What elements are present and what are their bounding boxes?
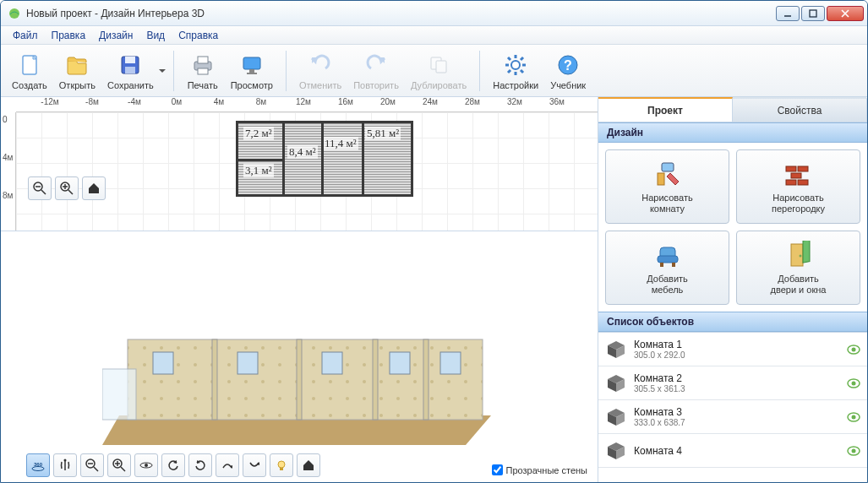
toolbar-separator — [173, 51, 174, 91]
object-list-row[interactable]: Комната 1305.0 x 292.0 — [598, 333, 867, 366]
svg-rect-38 — [297, 339, 302, 420]
svg-rect-6 — [125, 67, 135, 73]
toolbar-preview-button[interactable]: Просмотр — [225, 49, 279, 93]
menu-edit[interactable]: Правка — [45, 28, 93, 43]
object-list[interactable]: Комната 1305.0 x 292.0Комната 2305.5 x 3… — [598, 332, 867, 482]
redo-icon — [363, 52, 390, 79]
add-doors-windows-button[interactable]: Добавить двери и окна — [736, 231, 860, 305]
toolbar-tutorial-button[interactable]: ? Учебник — [544, 49, 592, 93]
add-furniture-label: Добавить мебель — [647, 274, 688, 296]
visibility-toggle[interactable] — [847, 378, 860, 388]
view3d-home-button[interactable] — [297, 453, 320, 477]
transparent-walls-input[interactable] — [492, 464, 503, 475]
home-view-button[interactable] — [82, 176, 106, 200]
section-objects-header[interactable]: Список объектов — [598, 312, 867, 332]
cube-icon — [605, 440, 627, 462]
svg-rect-41 — [102, 369, 136, 420]
menu-view[interactable]: Вид — [139, 28, 172, 43]
toolbar-save-button[interactable]: Сохранить — [101, 49, 160, 93]
visibility-toggle[interactable] — [847, 412, 860, 422]
object-list-row[interactable]: Комната 3333.0 x 638.7 — [598, 400, 867, 434]
ruler-h-tick: -12м — [41, 97, 58, 106]
toolbar-print-label: Печать — [188, 80, 218, 90]
svg-rect-12 — [247, 73, 257, 74]
toolbar-save-dropdown[interactable] — [158, 68, 167, 74]
svg-line-23 — [521, 57, 523, 60]
toolbar-separator — [479, 51, 480, 91]
svg-point-58 — [145, 464, 148, 467]
view3d-zoom-out-button[interactable] — [80, 453, 104, 477]
window-minimize-button[interactable] — [776, 6, 800, 21]
ruler-h-tick: 20м — [380, 97, 396, 106]
ruler-v-tick: 8м — [3, 191, 13, 200]
svg-rect-43 — [237, 352, 258, 374]
tilt-up-button[interactable] — [216, 453, 239, 477]
object-list-row[interactable]: Комната 4 — [598, 434, 867, 468]
tilt-down-button[interactable] — [243, 453, 266, 477]
ruler-v-tick: 4м — [3, 153, 13, 162]
ruler-v-tick: 0 — [3, 115, 8, 124]
zoom-in-button[interactable] — [55, 176, 79, 200]
object-dimensions: 305.5 x 361.3 — [634, 384, 840, 393]
window-maximize-button[interactable] — [801, 6, 825, 21]
tab-project[interactable]: Проект — [598, 97, 733, 122]
toolbar-create-button[interactable]: Создать — [6, 49, 53, 93]
toolbar-duplicate-button[interactable]: Дублировать — [405, 49, 472, 93]
design-actions-grid: Нарисовать комнату Нарисовать перегородк… — [598, 143, 867, 312]
ruler-h-tick: 8м — [256, 97, 266, 106]
svg-rect-64 — [798, 166, 808, 171]
add-furniture-button[interactable]: Добавить мебель — [605, 231, 729, 305]
window-close-button[interactable] — [827, 6, 864, 21]
tab-properties-label: Свойства — [778, 105, 822, 117]
toolbar-undo-button[interactable]: Отменить — [293, 49, 347, 93]
transparent-walls-checkbox[interactable]: Прозрачные стены — [492, 464, 587, 475]
menu-design[interactable]: Дизайн — [92, 28, 139, 43]
plan-2d-view[interactable]: 7,2 м² 8,4 м² 11,4 м² 5,81 м² 3,1 м² — [16, 112, 598, 231]
svg-rect-37 — [212, 339, 217, 420]
menubar: Файл Правка Дизайн Вид Справка — [1, 26, 867, 45]
ruler-horizontal: -12м-8м-4м0м4м8м12м16м20м24м28м32м36м — [16, 97, 598, 112]
toolbar-open-button[interactable]: Открыть — [53, 49, 101, 93]
visibility-toggle[interactable] — [847, 446, 860, 456]
tab-properties[interactable]: Свойства — [733, 97, 867, 122]
light-button[interactable] — [270, 453, 293, 477]
draw-room-button[interactable]: Нарисовать комнату — [605, 149, 729, 224]
window-titlebar: Новый проект - Дизайн Интерьера 3D — [1, 1, 867, 26]
object-list-row[interactable]: Комната 2305.5 x 361.3 — [598, 366, 867, 400]
printer-icon — [189, 52, 216, 79]
pan-button[interactable] — [53, 453, 77, 477]
svg-rect-70 — [660, 263, 663, 267]
help-icon: ? — [554, 52, 581, 79]
room-area-label: 5,81 м² — [365, 127, 401, 140]
svg-rect-71 — [672, 263, 675, 267]
draw-partition-button[interactable]: Нарисовать перегородку — [736, 149, 860, 224]
toolbar-settings-button[interactable]: Настройки — [487, 49, 544, 93]
rotate-360-button[interactable]: 360 — [26, 453, 50, 477]
section-design-header[interactable]: Дизайн — [598, 122, 867, 143]
svg-rect-39 — [373, 339, 378, 420]
cube-icon — [605, 339, 627, 361]
orbit-button[interactable] — [134, 453, 158, 477]
svg-point-89 — [852, 415, 856, 419]
rotate-left-button[interactable] — [161, 453, 185, 477]
view-3d[interactable]: 360 Прозрачные стены — [1, 231, 598, 482]
ruler-h-tick: -8м — [85, 97, 99, 106]
toolbar-duplicate-label: Дублировать — [411, 80, 467, 90]
svg-rect-69 — [658, 256, 678, 263]
svg-point-94 — [852, 448, 856, 453]
menu-help[interactable]: Справка — [172, 28, 225, 43]
view3d-zoom-in-button[interactable] — [107, 453, 131, 477]
toolbar-redo-button[interactable]: Повторить — [347, 49, 405, 93]
zoom-out-button[interactable] — [28, 176, 52, 200]
svg-rect-36 — [128, 339, 483, 420]
toolbar-print-button[interactable]: Печать — [181, 49, 225, 93]
ruler-h-tick: 4м — [214, 97, 224, 106]
room-area-label: 3,1 м² — [243, 164, 274, 177]
floorplan[interactable]: 7,2 м² 8,4 м² 11,4 м² 5,81 м² 3,1 м² — [236, 121, 413, 197]
new-file-icon — [16, 52, 43, 79]
svg-rect-65 — [791, 173, 801, 178]
rotate-right-button[interactable] — [188, 453, 212, 477]
menu-file[interactable]: Файл — [6, 28, 45, 43]
toolbar: Создать Открыть Сохранить Печать Просмот… — [1, 45, 867, 97]
visibility-toggle[interactable] — [847, 345, 860, 355]
